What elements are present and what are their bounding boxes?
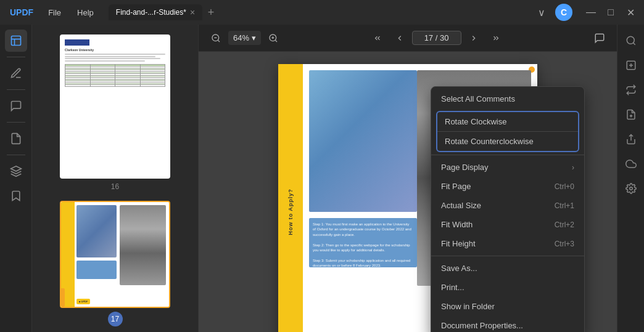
right-compress-icon[interactable] [620, 103, 642, 126]
minimize-button[interactable]: — [582, 4, 600, 21]
last-page-button[interactable] [486, 28, 506, 48]
zoom-out-button[interactable] [206, 28, 226, 48]
sidebar-icon-comment[interactable] [5, 95, 27, 117]
sidebar-icon-markup[interactable] [5, 62, 27, 84]
menu-divider-1 [431, 155, 584, 155]
svg-point-11 [627, 36, 634, 44]
menu-item-select-all-comments[interactable]: Select All Comments [431, 89, 584, 108]
thumb-label-17: 17 [108, 312, 123, 326]
menu-label-document-properties: Document Properties... [441, 321, 523, 330]
menu-item-page-display[interactable]: Page Display › [431, 158, 584, 177]
menu-item-rotate-ccw[interactable]: Rotate Counterclockwise [437, 132, 578, 151]
menu-label-actual-size: Actual Size [441, 201, 481, 210]
right-convert-icon[interactable] [620, 79, 642, 101]
right-settings-icon[interactable] [620, 177, 642, 200]
doc-area-wrapper: 64% ▾ [199, 25, 617, 332]
thumb-text-16 [65, 54, 165, 62]
how-to-apply-text: How to Apply? [287, 188, 294, 235]
zoom-dropdown-icon: ▾ [252, 33, 256, 43]
text-line [65, 58, 160, 59]
right-cloud-icon[interactable] [620, 153, 642, 175]
menu-label-rotate-cw: Rotate Clockwise [445, 117, 506, 126]
avatar[interactable]: C [555, 4, 572, 21]
shortcut-actual-size: Ctrl+1 [555, 201, 574, 210]
menu-label-rotate-ccw: Rotate Counterclockwise [445, 137, 534, 146]
menu-label-fit-page: Fit Page [441, 182, 471, 191]
submenu-arrow-icon: › [572, 163, 574, 172]
svg-rect-0 [11, 36, 20, 46]
sidebar-divider-2 [7, 89, 25, 90]
menu-divider-2 [431, 256, 584, 256]
sidebar-icon-layers[interactable] [5, 160, 27, 182]
prev-page-button[interactable] [390, 28, 410, 48]
menu-item-rotate-cw[interactable]: Rotate Clockwise [437, 112, 578, 132]
right-search-icon[interactable] [620, 30, 642, 52]
right-ocr-icon[interactable] [620, 54, 642, 76]
menu-label-page-display: Page Display [441, 163, 489, 172]
thumb-img-top [76, 205, 117, 257]
titlebar-right: ∨ C — □ ✕ [533, 4, 639, 21]
text-line [65, 60, 145, 62]
svg-marker-3 [10, 166, 21, 171]
thumb-table-16 [65, 64, 165, 87]
thumb-updf-badge: ■ UPDF [76, 299, 90, 304]
menu-item-fit-width[interactable]: Fit Width Ctrl+2 [431, 215, 584, 234]
menu-label-select-all: Select All Comments [441, 94, 515, 103]
menu-item-document-properties[interactable]: Document Properties... [431, 316, 584, 332]
titlebar: UPDF File Help Find-and-...r-Studies* × … [0, 0, 644, 25]
active-tab[interactable]: Find-and-...r-Studies* × [109, 4, 202, 20]
toolbar: 64% ▾ [199, 25, 617, 52]
maximize-button[interactable]: □ [602, 4, 619, 21]
svg-line-12 [633, 43, 635, 44]
sidebar-icon-pages[interactable] [5, 128, 27, 150]
svg-line-8 [275, 40, 277, 42]
page-navigation [368, 28, 506, 48]
thumbnail-panel[interactable]: Clarkson University [32, 25, 199, 332]
sidebar-icon-bookmark[interactable] [5, 185, 27, 207]
zoom-in-button[interactable] [263, 28, 283, 48]
thumbnail-page-17[interactable]: ■ UPDF 17 [60, 201, 170, 326]
zoom-value: 64% [233, 33, 249, 43]
file-menu[interactable]: File [41, 6, 68, 20]
next-page-button[interactable] [464, 28, 484, 48]
menu-item-show-in-folder[interactable]: Show in Folder [431, 297, 584, 316]
help-menu[interactable]: Help [70, 6, 101, 20]
context-menu: Select All Comments Rotate Clockwise Rot… [431, 86, 585, 332]
shortcut-fit-height: Ctrl+3 [555, 240, 574, 248]
page-input[interactable] [412, 31, 461, 45]
document-area: How to Apply? Step 1: You must first mak… [199, 52, 617, 332]
right-sidebar [617, 25, 644, 332]
shortcut-fit-width: Ctrl+2 [555, 221, 574, 229]
main-layout: Clarkson University [0, 25, 644, 332]
tab-close-button[interactable]: × [190, 8, 195, 17]
menu-item-actual-size[interactable]: Actual Size Ctrl+1 [431, 196, 584, 215]
thumb-blue-box [76, 261, 117, 279]
close-button[interactable]: ✕ [622, 4, 639, 21]
zoom-display[interactable]: 64% ▾ [228, 31, 261, 45]
page-yellow-strip: How to Apply? [278, 64, 303, 332]
sidebar-icon-edit[interactable] [5, 30, 27, 52]
menu-item-save-as[interactable]: Save As... [431, 259, 584, 278]
comment-toolbar-button[interactable] [590, 28, 609, 48]
menu-label-fit-width: Fit Width [441, 220, 473, 229]
thumb-orange-bar [61, 288, 65, 307]
menu-item-fit-height[interactable]: Fit Height Ctrl+3 [431, 234, 584, 253]
collapse-button[interactable]: ∨ [533, 4, 550, 21]
menu-label-show-in-folder: Show in Folder [441, 302, 495, 311]
page-blue-box: Step 1: You must first make an applicati… [309, 218, 417, 267]
sidebar-divider-3 [7, 122, 25, 123]
text-line [65, 54, 165, 55]
menu-label-print: Print... [441, 283, 464, 292]
thumbnail-page-16[interactable]: Clarkson University [60, 34, 170, 191]
rotate-group: Rotate Clockwise Rotate Counterclockwise [436, 111, 579, 152]
new-tab-button[interactable]: + [202, 4, 220, 21]
text-line [65, 56, 155, 57]
app-logo: UPDF [5, 7, 38, 17]
menu-item-fit-page[interactable]: Fit Page Ctrl+0 [431, 177, 584, 196]
thumb-doc-17: ■ UPDF [61, 202, 169, 307]
first-page-button[interactable] [368, 28, 387, 48]
thumb-header-16 [65, 39, 89, 46]
right-share-icon[interactable] [620, 128, 642, 150]
menu-item-print[interactable]: Print... [431, 278, 584, 297]
thumb-frame-17: ■ UPDF [60, 201, 170, 308]
